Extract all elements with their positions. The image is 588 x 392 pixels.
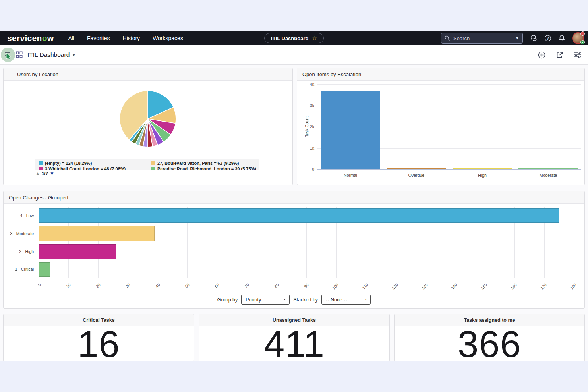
app-window: servicenow All Favorites History Workspa… (0, 31, 588, 361)
y-tick-label: 2k (299, 124, 314, 129)
servicenow-logo[interactable]: servicenow (7, 33, 54, 43)
favorite-star-icon[interactable]: ☆ (312, 35, 317, 41)
group-by-label: Group by (217, 297, 238, 303)
legend-pager: ▲ 1/7 ▼ (35, 171, 54, 176)
search-dropdown-button[interactable]: ▼ (512, 33, 522, 43)
legend-item[interactable]: 27, Boulevard Vitton, Paris = 63 (9.29%) (151, 160, 256, 166)
y-tick-label: 3k (299, 103, 314, 108)
toolbar-actions (538, 51, 582, 59)
bar-3-moderate[interactable] (39, 226, 155, 241)
main-menu: All Favorites History Workspaces (68, 35, 183, 41)
y-tick-label: 0 (299, 167, 314, 172)
chat-icon[interactable] (530, 35, 538, 42)
share-icon[interactable] (556, 51, 563, 59)
bar-1-critical[interactable] (39, 262, 50, 277)
current-page-pill[interactable]: ITIL Dashboard ☆ (264, 33, 324, 43)
top-nav: servicenow All Favorites History Workspa… (0, 31, 588, 45)
x-category-label: Overdue (398, 173, 434, 178)
legend-page-up-icon[interactable]: ▲ (35, 171, 40, 176)
avatar[interactable] (572, 32, 584, 44)
dashboard-title-caret-icon[interactable]: ▾ (73, 53, 75, 57)
pill-label: ITIL Dashboard (271, 35, 308, 41)
chart-controls: Group by Priority ⌄ Stacked by -- None -… (4, 295, 584, 305)
y-category-label: 2 - High (5, 249, 34, 254)
bar-moderate[interactable] (518, 168, 578, 169)
x-category-label: High (464, 173, 500, 178)
open-changes-bar-chart: 0102030405060708090100110120130140150160… (39, 207, 574, 278)
panel-title: Open Changes - Grouped (4, 191, 584, 204)
chevron-down-icon: ⌄ (283, 296, 286, 301)
search-icon (445, 35, 450, 41)
y-category-label: 1 - Critical (5, 267, 34, 272)
search-input[interactable] (453, 35, 512, 42)
group-by-select[interactable]: Priority ⌄ (241, 295, 290, 305)
svg-text:?: ? (547, 36, 549, 41)
card-value: 411 (199, 326, 389, 361)
gridline (317, 169, 581, 170)
y-category-label: 3 - Moderate (5, 231, 34, 236)
stacked-by-label: Stacked by (293, 297, 318, 303)
legend-item[interactable]: (empty) = 124 (18.29%) (39, 160, 144, 166)
gridline (317, 84, 581, 85)
legend-page-indicator: 1/7 (42, 171, 48, 176)
recording-badge (580, 31, 585, 36)
dashboard-settings-icon[interactable] (574, 51, 582, 58)
nav-right-cluster: ▼ ? (441, 31, 584, 45)
panel-open-items-by-escalation: Open Items by Escalation Task Count 01k2… (297, 68, 585, 185)
panel-users-by-location: Users by Location (empty) = 124 (18.29%)… (3, 68, 293, 185)
online-status-badge (580, 40, 585, 44)
card-critical-tasks[interactable]: Critical Tasks 16 (3, 314, 194, 361)
stacked-by-select[interactable]: -- None -- ⌄ (321, 295, 371, 305)
nav-item-workspaces[interactable]: Workspaces (153, 35, 183, 41)
legend-page-down-icon[interactable]: ▼ (50, 171, 54, 176)
dashboard-title: ITIL Dashboard (27, 51, 70, 58)
panel-open-changes-grouped: Open Changes - Grouped 01020304050607080… (3, 191, 585, 309)
dashboard-toolbar: ITIL Dashboard ▾ (0, 45, 588, 65)
notifications-bell-icon[interactable] (558, 35, 565, 42)
global-search[interactable]: ▼ (441, 33, 523, 44)
card-unassigned-tasks[interactable]: Unassigned Tasks 411 (199, 314, 390, 361)
pie-legend: (empty) = 124 (18.29%)27, Boulevard Vitt… (35, 159, 259, 170)
legend-item[interactable]: Paradise Road, Richmond, London = 39 (5.… (151, 166, 256, 170)
bar-high[interactable] (453, 168, 512, 169)
panel-title: Open Items by Escalation (297, 68, 584, 81)
dashboard-grid-icon[interactable] (16, 51, 23, 58)
y-category-label: 4 - Low (5, 213, 34, 218)
users-by-location-pie-chart (119, 90, 177, 148)
escalation-bar-chart: 01k2k3k4kNormalOverdueHighModerate (317, 84, 581, 169)
chevron-down-icon: ⌄ (364, 296, 368, 301)
card-tasks-assigned-to-me[interactable]: Tasks assigned to me 366 (394, 314, 585, 361)
add-widget-icon[interactable] (538, 51, 545, 59)
bar-2-high[interactable] (39, 244, 116, 259)
gridline (574, 207, 574, 278)
open-changes-category-labels: 4 - Low3 - Moderate2 - High1 - Critical (4, 191, 37, 308)
y-tick-label: 4k (299, 82, 314, 87)
bar-normal[interactable] (321, 91, 380, 169)
y-tick-label: 1k (299, 146, 314, 151)
bar-overdue[interactable] (387, 168, 446, 169)
panel-title: Users by Location (4, 68, 292, 81)
help-icon[interactable]: ? (544, 35, 551, 42)
nav-item-all[interactable]: All (68, 35, 74, 41)
legend-item[interactable]: 3 Whitehall Court, London = 48 (7.08%) (39, 166, 144, 170)
bar-4-low[interactable] (39, 208, 559, 223)
nav-item-favorites[interactable]: Favorites (87, 35, 110, 41)
x-category-label: Moderate (530, 173, 566, 178)
x-category-label: Normal (333, 173, 368, 178)
nav-item-history[interactable]: History (123, 35, 140, 41)
card-value: 16 (4, 326, 194, 361)
card-value: 366 (395, 326, 584, 361)
sidebar-menu-button[interactable] (1, 48, 15, 62)
